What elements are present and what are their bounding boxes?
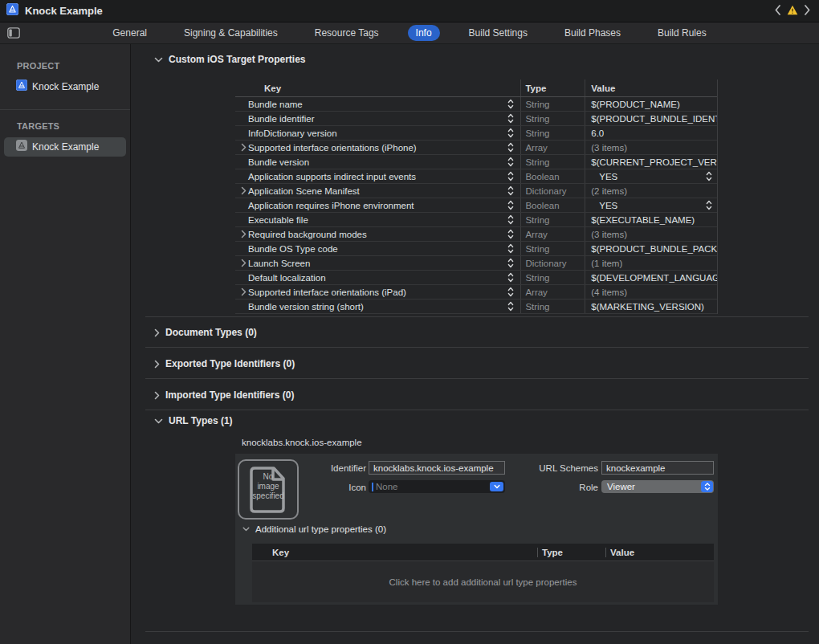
additional-properties-header[interactable]: Additional url type properties (0) bbox=[242, 524, 386, 534]
property-key[interactable]: Bundle version string (short) bbox=[248, 302, 364, 312]
table-row[interactable]: Supported interface orientations (iPhone… bbox=[235, 141, 717, 155]
property-type[interactable]: Array bbox=[520, 285, 585, 299]
property-key[interactable]: Bundle identifier bbox=[248, 114, 314, 124]
property-type[interactable]: String bbox=[520, 242, 585, 255]
key-stepper-icon[interactable] bbox=[507, 272, 514, 283]
table-row[interactable]: Bundle version string (short) String $(M… bbox=[235, 300, 717, 314]
tab-general[interactable]: General bbox=[104, 25, 155, 41]
key-stepper-icon[interactable] bbox=[507, 200, 514, 210]
property-value[interactable]: 6.0 bbox=[591, 128, 604, 138]
property-value[interactable]: YES bbox=[599, 172, 617, 181]
property-type[interactable]: Dictionary bbox=[520, 184, 585, 198]
property-key[interactable]: Application supports indirect input even… bbox=[248, 172, 416, 181]
property-value[interactable]: YES bbox=[599, 201, 617, 210]
property-type[interactable]: String bbox=[520, 213, 585, 226]
table-row[interactable]: Application requires iPhone environment … bbox=[235, 198, 717, 213]
property-type[interactable]: String bbox=[520, 271, 585, 284]
property-type[interactable]: String bbox=[520, 97, 585, 111]
property-key[interactable]: Bundle version bbox=[248, 157, 309, 167]
property-value[interactable]: $(DEVELOPMENT_LANGUAGE) bbox=[591, 273, 717, 283]
property-key[interactable]: Bundle name bbox=[248, 100, 303, 109]
section-header[interactable]: Document Types (0) bbox=[154, 327, 819, 338]
value-stepper-icon[interactable] bbox=[706, 171, 712, 181]
disclosure-chevron-icon[interactable] bbox=[235, 186, 248, 195]
key-stepper-icon[interactable] bbox=[507, 113, 514, 124]
url-schemes-field[interactable]: knockexample bbox=[601, 461, 714, 475]
section-custom-properties[interactable]: Custom iOS Target Properties bbox=[154, 54, 305, 65]
forward-button[interactable] bbox=[804, 4, 811, 19]
property-key[interactable]: Supported interface orientations (iPad) bbox=[248, 287, 406, 297]
disclosure-chevron-icon[interactable] bbox=[235, 230, 248, 238]
property-type[interactable]: Array bbox=[520, 227, 585, 241]
property-type[interactable]: Boolean bbox=[520, 198, 585, 212]
icon-combo-box[interactable]: None bbox=[369, 480, 505, 493]
back-button[interactable] bbox=[774, 4, 781, 19]
property-type[interactable]: Boolean bbox=[520, 169, 585, 183]
property-value[interactable]: (4 items) bbox=[591, 287, 627, 297]
table-row[interactable]: Application Scene Manifest Dictionary (2… bbox=[235, 184, 717, 198]
property-type[interactable]: String bbox=[520, 112, 585, 125]
property-type[interactable]: Dictionary bbox=[520, 256, 585, 270]
property-value[interactable]: $(MARKETING_VERSION) bbox=[591, 302, 704, 312]
table-row[interactable]: Bundle version String $(CURRENT_PROJECT_… bbox=[235, 155, 717, 169]
property-value[interactable]: $(PRODUCT_NAME) bbox=[591, 100, 680, 109]
property-value[interactable]: $(EXECUTABLE_NAME) bbox=[591, 215, 695, 225]
section-header[interactable]: Exported Type Identifiers (0) bbox=[154, 358, 819, 369]
property-key[interactable]: InfoDictionary version bbox=[248, 128, 337, 138]
property-value[interactable]: (3 items) bbox=[591, 230, 627, 239]
table-row[interactable]: Application supports indirect input even… bbox=[235, 169, 717, 184]
key-stepper-icon[interactable] bbox=[507, 258, 514, 268]
tab-build-settings[interactable]: Build Settings bbox=[461, 25, 536, 41]
tab-info[interactable]: Info bbox=[408, 25, 440, 41]
navigator-toggle-icon[interactable] bbox=[7, 27, 20, 42]
property-value[interactable]: (1 item) bbox=[591, 259, 622, 268]
disclosure-chevron-icon[interactable] bbox=[235, 143, 248, 152]
section-header[interactable]: Imported Type Identifiers (0) bbox=[154, 389, 819, 401]
property-value[interactable]: $(PRODUCT_BUNDLE_PACKAGE_TYPE) bbox=[591, 244, 717, 254]
tab-build-rules[interactable]: Build Rules bbox=[650, 25, 715, 41]
warning-icon[interactable] bbox=[787, 4, 798, 18]
table-row[interactable]: Launch Screen Dictionary (1 item) bbox=[235, 256, 717, 271]
property-key[interactable]: Application Scene Manifest bbox=[248, 186, 360, 196]
sidebar-item-target[interactable]: Knock Example bbox=[4, 137, 126, 157]
property-value[interactable]: (3 items) bbox=[591, 143, 627, 153]
property-key[interactable]: Launch Screen bbox=[248, 259, 310, 268]
key-stepper-icon[interactable] bbox=[507, 185, 514, 196]
table-row[interactable]: Default localization String $(DEVELOPMEN… bbox=[235, 271, 717, 285]
key-stepper-icon[interactable] bbox=[507, 157, 514, 167]
property-key[interactable]: Default localization bbox=[248, 273, 326, 283]
property-key[interactable]: Supported interface orientations (iPhone… bbox=[248, 143, 417, 153]
key-stepper-icon[interactable] bbox=[507, 229, 514, 239]
tab-build-phases[interactable]: Build Phases bbox=[556, 25, 629, 41]
property-value[interactable]: (2 items) bbox=[591, 186, 627, 196]
key-stepper-icon[interactable] bbox=[507, 99, 514, 109]
table-row[interactable]: Executable file String $(EXECUTABLE_NAME… bbox=[235, 213, 717, 227]
key-stepper-icon[interactable] bbox=[507, 128, 514, 138]
property-type[interactable]: String bbox=[520, 126, 585, 140]
role-popup[interactable]: Viewer bbox=[601, 480, 714, 493]
property-key[interactable]: Executable file bbox=[248, 215, 308, 225]
table-row[interactable]: Bundle OS Type code String $(PRODUCT_BUN… bbox=[235, 242, 717, 256]
tab-resource-tags[interactable]: Resource Tags bbox=[307, 25, 387, 41]
property-key[interactable]: Bundle OS Type code bbox=[248, 244, 338, 254]
table-row[interactable]: Bundle name String $(PRODUCT_NAME) bbox=[235, 97, 717, 112]
key-stepper-icon[interactable] bbox=[507, 243, 514, 254]
key-stepper-icon[interactable] bbox=[507, 287, 514, 297]
property-key[interactable]: Required background modes bbox=[248, 230, 367, 239]
section-url-types[interactable]: URL Types (1) bbox=[154, 415, 233, 426]
property-type[interactable]: Array bbox=[520, 141, 585, 154]
key-stepper-icon[interactable] bbox=[507, 214, 514, 225]
key-stepper-icon[interactable] bbox=[507, 301, 514, 312]
key-stepper-icon[interactable] bbox=[507, 171, 514, 181]
table-row[interactable]: Supported interface orientations (iPad) … bbox=[235, 285, 717, 300]
key-stepper-icon[interactable] bbox=[507, 142, 514, 153]
property-type[interactable]: String bbox=[520, 300, 585, 313]
disclosure-chevron-icon[interactable] bbox=[235, 259, 248, 267]
property-type[interactable]: String bbox=[520, 155, 585, 169]
table-row[interactable]: Bundle identifier String $(PRODUCT_BUNDL… bbox=[235, 112, 717, 126]
table-row[interactable]: InfoDictionary version String 6.0 bbox=[235, 126, 717, 141]
sidebar-item-project[interactable]: Knock Example bbox=[4, 77, 126, 96]
identifier-field[interactable]: knocklabs.knock.ios-example bbox=[369, 461, 505, 475]
property-key[interactable]: Application requires iPhone environment bbox=[248, 201, 414, 210]
disclosure-chevron-icon[interactable] bbox=[235, 287, 248, 296]
